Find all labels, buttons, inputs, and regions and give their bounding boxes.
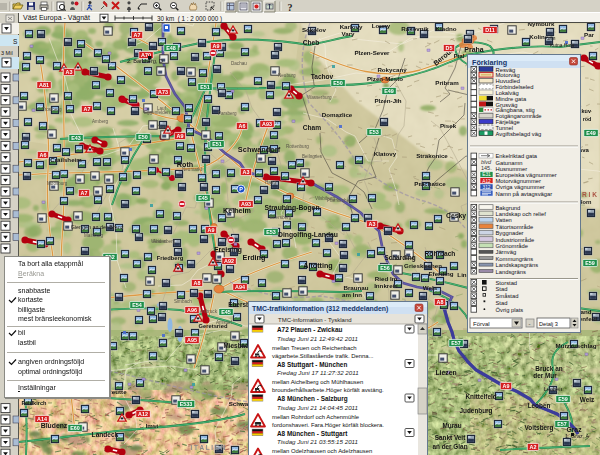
svg-text:Stad: Stad: [496, 300, 508, 306]
svg-text:A8: A8: [437, 299, 444, 305]
svg-text:Amberg: Amberg: [92, 119, 109, 124]
svg-text:3 Mil: 3 Mil: [1, 50, 13, 56]
svg-text:A6: A6: [239, 123, 246, 129]
svg-text:Gatunamn: Gatunamn: [496, 160, 523, 166]
svg-text:Järnväg: Järnväg: [496, 249, 517, 255]
svg-text:Fredag Juni 17 11:27:32 2011: Fredag Juni 17 11:27:32 2011: [277, 369, 359, 376]
svg-text:Klatovy: Klatovy: [374, 150, 397, 157]
svg-text:A73: A73: [158, 89, 168, 95]
svg-text:brounderhållsarbete.Höger körf: brounderhållsarbete.Höger körfält avstän…: [272, 387, 384, 393]
svg-text:Tätortsområde: Tätortsområde: [496, 224, 534, 230]
svg-text:A3: A3: [243, 169, 250, 175]
svg-text:E51: E51: [200, 84, 210, 90]
svg-text:Tachov: Tachov: [311, 73, 334, 80]
svg-text:Plzen-Mesto: Plzen-Mesto: [367, 75, 403, 82]
svg-text:Beilngries: Beilngries: [302, 154, 323, 159]
svg-text:Parsberg: Parsberg: [218, 111, 237, 116]
svg-text:A9: A9: [503, 383, 510, 389]
svg-text:E54: E54: [132, 302, 142, 308]
svg-text:E48: E48: [166, 45, 176, 51]
svg-text:Förklaring: Förklaring: [472, 58, 507, 67]
svg-text:Mainburg: Mainburg: [84, 233, 104, 238]
svg-text:am Inn: am Inn: [342, 291, 362, 298]
svg-text:Eggenfelden: Eggenfelden: [144, 110, 170, 115]
svg-text:A9: A9: [213, 43, 220, 49]
svg-text:-: -: [529, 321, 531, 327]
svg-text:E49: E49: [384, 88, 394, 94]
svg-text:Imst: Imst: [146, 422, 159, 429]
svg-text:Kelheim: Kelheim: [223, 206, 251, 215]
svg-text:E533: E533: [180, 401, 193, 407]
svg-text:Abensberg: Abensberg: [153, 239, 176, 244]
svg-text:D5: D5: [446, 45, 453, 51]
svg-text:Lin: Lin: [457, 271, 466, 278]
svg-text:Rokycany: Rokycany: [377, 66, 407, 73]
svg-text:Murau: Murau: [442, 422, 461, 429]
svg-text:A9: A9: [177, 133, 184, 139]
svg-text:Roth: Roth: [177, 160, 193, 169]
svg-text:A7: A7: [81, 190, 88, 196]
svg-text:Namn på avtagsvägar: Namn på avtagsvägar: [496, 191, 553, 197]
svg-text:Avgiftsbelagd väg: Avgiftsbelagd väg: [496, 131, 542, 137]
svg-text:Landeck: Landeck: [92, 431, 119, 438]
svg-text:mellan Treuen och Reichenbach: mellan Treuen och Reichenbach: [272, 345, 357, 351]
svg-text:E59: E59: [558, 396, 568, 402]
svg-text:Tisdag Juni 21 12:49:42 2011: Tisdag Juni 21 12:49:42 2011: [277, 335, 358, 342]
svg-text:Wels: Wels: [423, 284, 438, 291]
svg-text:Motorvägnummer: Motorvägnummer: [496, 178, 541, 184]
svg-text:Braunau: Braunau: [343, 284, 368, 291]
svg-text:Schwandorf: Schwandorf: [238, 145, 281, 154]
svg-text:E50: E50: [333, 80, 343, 86]
svg-text:A81: A81: [39, 82, 49, 88]
svg-text:Vary: Vary: [341, 30, 355, 37]
svg-text:E57: E57: [451, 340, 461, 346]
svg-text:E50: E50: [138, 134, 148, 140]
svg-text:D11: D11: [485, 27, 495, 33]
svg-text:Tisdag Juni 21 14:04:45 2011: Tisdag Juni 21 14:04:45 2011: [277, 404, 358, 411]
svg-text:vägarbete.Stillastående trafik: vägarbete.Stillastående trafik. Denna...: [272, 353, 374, 359]
svg-text:Friedberg: Friedberg: [157, 255, 184, 261]
svg-text:Simbach: Simbach: [174, 299, 192, 304]
svg-text:Giengen an der Brenz: Giengen an der Brenz: [71, 224, 124, 230]
svg-text:A96: A96: [187, 307, 197, 313]
svg-text:Liezen: Liezen: [435, 369, 456, 376]
svg-text:E53: E53: [369, 129, 379, 135]
svg-text:Bruck an: Bruck an: [535, 365, 562, 372]
svg-text:Sokolov: Sokolov: [302, 26, 327, 33]
svg-text:E53: E53: [266, 229, 276, 235]
svg-text:mellan Odelzhausen och Adelzha: mellan Odelzhausen och Adelzhausen: [272, 448, 372, 454]
svg-text:rod: rod: [583, 116, 592, 122]
svg-text:Plzen-Sever: Plzen-Sever: [354, 49, 390, 56]
svg-text:312: 312: [482, 185, 490, 190]
svg-text:Domazlice: Domazlice: [322, 111, 353, 118]
svg-text:E56: E56: [380, 265, 390, 271]
svg-text:Pisek: Pisek: [440, 122, 457, 129]
svg-text:Freising: Freising: [214, 245, 242, 254]
svg-text:A72 Plauen - Zwickau: A72 Plauen - Zwickau: [277, 326, 342, 333]
svg-text:A95: A95: [187, 337, 197, 343]
svg-text:A94: A94: [235, 284, 245, 290]
svg-text:and: and: [580, 308, 591, 315]
svg-text:2. Bamberg, D: 2. Bamberg, D: [127, 58, 163, 64]
svg-text:Haag: Haag: [265, 180, 276, 185]
svg-text:Kutna Hora: Kutna Hora: [550, 43, 575, 48]
svg-text:Innkreis: Innkreis: [374, 282, 398, 289]
svg-text:Leoben: Leoben: [544, 386, 563, 392]
svg-text:Kolin: Kolin: [529, 33, 545, 40]
svg-text:A12: A12: [482, 179, 491, 184]
svg-text:mellan Rohrdorf och Achenmühle: mellan Rohrdorf och Achenmühle: [272, 414, 360, 420]
svg-text:1. Graz, A: 1. Graz, A: [565, 433, 589, 439]
svg-text:Eferding: Eferding: [428, 270, 453, 277]
svg-text:Byggnader: Byggnader: [496, 230, 524, 236]
svg-text:Pral: Pral: [454, 53, 465, 59]
svg-text:Europeiska vägnummer: Europeiska vägnummer: [496, 172, 557, 178]
svg-text:E45: E45: [198, 195, 208, 201]
svg-text:Kladno: Kladno: [436, 25, 457, 32]
svg-text:Cesky: Cesky: [446, 212, 466, 220]
svg-text:Landskapsgräns: Landskapsgräns: [496, 262, 539, 268]
svg-text:Enkelriktad gata: Enkelriktad gata: [496, 153, 538, 159]
svg-text:Cheb: Cheb: [303, 39, 319, 46]
svg-text:Pribram: Pribram: [435, 79, 459, 86]
svg-text:Grönområde: Grönområde: [496, 243, 529, 249]
svg-text:E49: E49: [586, 130, 596, 136]
